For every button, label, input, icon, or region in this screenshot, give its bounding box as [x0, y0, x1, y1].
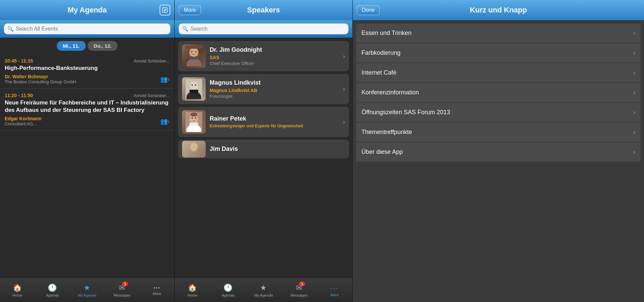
speaker-item-goodnight[interactable]: Dr. Jim Goodnight SAS Chief Executive Of… [178, 41, 349, 71]
menu-label-internet: Internet Café [361, 69, 396, 76]
speaker-org-lindkvist: Magnus Lindkvist AB [210, 88, 339, 93]
menu-item-ueber[interactable]: Über diese App › [356, 142, 641, 162]
more-icon-1: ••• [154, 285, 161, 291]
menu-chevron-oeffnung: › [633, 109, 635, 116]
nav-home-2[interactable]: 🏠 Home [175, 279, 210, 302]
svg-point-2 [186, 58, 201, 66]
chevron-lindkvist: › [343, 86, 345, 93]
menu-label-oeffnung: Öffnungszeiten SAS Forum 2013 [361, 109, 450, 116]
search-input[interactable] [16, 26, 167, 32]
speaker-org-goodnight: SAS [210, 55, 339, 60]
event-item-2[interactable]: 11:20 - 11:50 Arnold Schönber... Neue Fr… [0, 89, 174, 131]
date-tab-wed[interactable]: Mi., 11. [57, 41, 86, 51]
search-input-2[interactable] [190, 26, 345, 32]
nav-home-label-2: Home [187, 293, 197, 297]
panel1-search-wrap[interactable]: 🔍 [4, 24, 170, 34]
menu-chevron-themen: › [633, 129, 635, 136]
avatar-davis [182, 141, 206, 158]
done-button[interactable]: Done [357, 5, 380, 15]
event-title-2: Neue Freiräume für Fachbereiche und IT –… [5, 99, 170, 114]
nav-home-label-1: Home [12, 293, 22, 297]
nav-more-label-2: More [331, 293, 339, 297]
panel1-bottom-nav: 🏠 Home 🕐 Agenda ★ My Agenda ✉ 1 Messages… [0, 278, 174, 302]
svg-rect-7 [185, 46, 202, 49]
panel2-search-bar: 🔍 [175, 20, 352, 38]
nav-myagenda-1[interactable]: ★ My Agenda [70, 279, 105, 302]
menu-list: Essen und Trinken › Farbkodierung › Inte… [353, 20, 644, 302]
nav-more-2[interactable]: ··· More [317, 279, 352, 302]
speaker-item-davis[interactable]: Jim Davis [178, 140, 349, 158]
nav-myagenda-2[interactable]: ★ My Agenda [246, 279, 282, 302]
event-item-1[interactable]: 10:45 - 11:15 Arnold Schönber... High-Pe… [0, 54, 174, 89]
menu-item-internet[interactable]: Internet Café › [356, 63, 641, 83]
avatar-lindkvist [182, 77, 206, 101]
svg-point-11 [191, 84, 193, 86]
speaker-name-petek: Rainer Petek [210, 115, 339, 122]
menu-label-farbkodierung: Farbkodierung [361, 49, 400, 56]
menu-item-essen[interactable]: Essen und Trinken › [356, 24, 641, 43]
event-speaker-1: Dr. Walter Bohmayr [5, 74, 170, 79]
menu-label-ueber: Über diese App [361, 148, 403, 156]
nav-agenda-2[interactable]: 🕐 Agenda [210, 279, 246, 302]
nav-myagenda-label-1: My Agenda [78, 293, 96, 297]
svg-point-4 [190, 48, 198, 57]
search-icon: 🔍 [7, 26, 14, 32]
menu-chevron-konferenz: › [633, 89, 635, 96]
edit-button[interactable] [160, 5, 170, 15]
more-button[interactable]: More [179, 5, 201, 15]
panel1-header: My Agenda [0, 0, 174, 20]
star-icon-1: ★ [84, 284, 90, 292]
menu-label-konferenz: Konferenzinformation [361, 89, 419, 96]
menu-item-farbkodierung[interactable]: Farbkodierung › [356, 43, 641, 63]
svg-point-18 [191, 117, 193, 119]
menu-chevron-farbkodierung: › [633, 49, 635, 56]
nav-more-label-1: More [153, 292, 161, 296]
menu-item-konferenz[interactable]: Konferenzinformation › [356, 83, 641, 102]
event-org-2: Consultant AG... [5, 121, 170, 126]
menu-chevron-internet: › [633, 69, 635, 76]
menu-item-themen[interactable]: Thementreffpunkte › [356, 123, 641, 142]
menu-item-oeffnung[interactable]: Öffnungszeiten SAS Forum 2013 › [356, 103, 641, 122]
nav-more-1[interactable]: ••• More [139, 279, 174, 302]
event-list: 10:45 - 11:15 Arnold Schönber... High-Pe… [0, 54, 174, 278]
speaker-item-petek[interactable]: Rainer Petek Extrembergsteiger und Exper… [178, 107, 349, 137]
search-icon-2: 🔍 [182, 26, 188, 32]
svg-point-10 [190, 82, 198, 90]
svg-point-6 [195, 51, 197, 52]
avatar-goodnight [182, 44, 206, 68]
date-tabs: Mi., 11. Do., 12. [0, 38, 174, 54]
panel3-title: Kurz und Knapp [470, 6, 527, 14]
more-icon-2: ··· [330, 284, 339, 292]
speaker-list: Dr. Jim Goodnight SAS Chief Executive Of… [175, 38, 352, 278]
event-location-1: Arnold Schönber... [134, 58, 170, 63]
nav-home-1[interactable]: 🏠 Home [0, 279, 35, 302]
speaker-item-lindkvist[interactable]: Magnus Lindkvist Magnus Lindkvist AB Fut… [178, 74, 349, 104]
panel2-search-wrap[interactable]: 🔍 [179, 24, 348, 34]
svg-point-5 [191, 51, 192, 52]
speaker-info-goodnight: Dr. Jim Goodnight SAS Chief Executive Of… [210, 46, 339, 66]
star-icon-2: ★ [260, 284, 267, 292]
nav-agenda-label-2: Agenda [222, 293, 234, 297]
nav-messages-1[interactable]: ✉ 1 Messages [104, 279, 139, 302]
nav-messages-label-1: Messages [114, 293, 130, 297]
speaker-role-goodnight: Chief Executive Officer [210, 61, 339, 66]
nav-messages-label-2: Messages [291, 293, 307, 297]
panel-speakers: More Speakers 🔍 [175, 0, 353, 302]
event-title-1: High-Performance-Banksteuerung [5, 64, 170, 72]
svg-rect-14 [189, 90, 198, 93]
date-tab-thu[interactable]: Do., 12. [88, 41, 118, 51]
nav-messages-2[interactable]: ✉ 1 Messages [281, 279, 317, 302]
clock-icon-2: 🕐 [223, 284, 232, 292]
event-time-1: 10:45 - 11:15 [5, 58, 33, 63]
panel3-header: Done Kurz und Knapp [353, 0, 644, 20]
menu-chevron-ueber: › [633, 148, 635, 156]
panel1-search-bar: 🔍 [0, 20, 174, 38]
avatar-petek [182, 110, 206, 134]
nav-myagenda-label-2: My Agenda [254, 293, 273, 297]
home-icon-2: 🏠 [188, 284, 197, 292]
panel2-title: Speakers [247, 6, 280, 14]
nav-agenda-1[interactable]: 🕐 Agenda [35, 279, 70, 302]
home-icon-1: 🏠 [13, 284, 22, 292]
group-icon-2: 👥› [160, 118, 170, 125]
event-speaker-2: Edgar Kortmann [5, 116, 170, 121]
